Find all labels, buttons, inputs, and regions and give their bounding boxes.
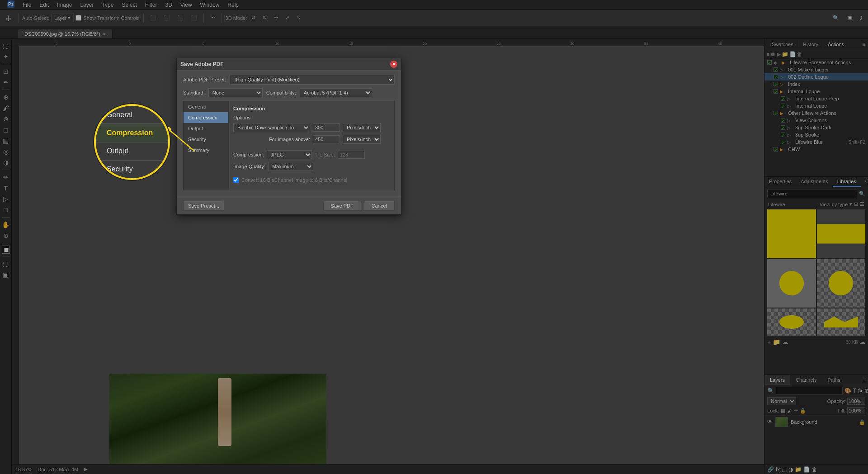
options-title: Options: [233, 115, 390, 120]
dialog-title: Save Adobe PDF: [180, 61, 224, 67]
save-pdf-dialog: Save Adobe PDF ✕ Adobe PDF Preset: [High…: [176, 58, 401, 215]
compat-label: Compatibility:: [266, 90, 296, 95]
save-preset-btn[interactable]: Save Preset...: [183, 201, 224, 211]
convert-checkbox[interactable]: [233, 177, 239, 183]
nav-summary[interactable]: Summary: [184, 145, 228, 156]
image-quality-label: Image Quality:: [233, 164, 265, 169]
compression-label: Compression:: [233, 152, 264, 157]
downsample-unit-select[interactable]: Pixels/Inch: [343, 123, 381, 132]
dialog-content: Compression Options Bicubic Downsampling…: [229, 101, 394, 190]
downsample-select[interactable]: Bicubic Downsampling To: [233, 123, 310, 132]
preset-select[interactable]: [High Quality Print] (Modified): [230, 75, 395, 85]
nav-general[interactable]: General: [184, 101, 228, 112]
convert-label: Convert 16 Bit/Channel Image to 8 Bits/C…: [241, 177, 347, 183]
nav-output[interactable]: Output: [184, 123, 228, 134]
dialog-close-btn[interactable]: ✕: [390, 61, 397, 68]
image-quality-select[interactable]: Maximum: [268, 162, 313, 171]
save-pdf-btn[interactable]: Save PDF: [323, 201, 361, 211]
dialog-main: General Compression Output Security Summ…: [183, 101, 395, 190]
mag-item-output: Output: [96, 142, 168, 161]
preset-row: Adobe PDF Preset: [High Quality Print] (…: [183, 75, 395, 85]
dialog-titlebar: Save Adobe PDF ✕: [177, 58, 401, 70]
dialog-body: Adobe PDF Preset: [High Quality Print] (…: [177, 70, 401, 197]
for-images-unit-select[interactable]: Pixels/Inch: [343, 135, 381, 144]
downsample-ppi-input[interactable]: [313, 123, 340, 132]
standard-compat-row: Standard: None Compatibility: Acrobat 5 …: [183, 88, 395, 97]
dialog-overlay: [0, 0, 868, 474]
for-images-label: For images above:: [233, 137, 310, 142]
tile-size-label: Tile Size:: [315, 152, 335, 157]
compat-select[interactable]: Acrobat 5 (PDF 1.4): [300, 88, 372, 97]
tile-size-input: [338, 151, 365, 159]
for-images-row: For images above: Pixels/Inch: [233, 135, 390, 144]
standard-select[interactable]: None: [208, 88, 263, 97]
standard-label: Standard:: [183, 90, 205, 95]
compression-title: Compression: [233, 106, 390, 111]
compression-row: Compression: JPEG Tile Size:: [233, 150, 390, 159]
compression-select[interactable]: JPEG: [267, 150, 312, 159]
nav-compression[interactable]: Compression: [184, 112, 228, 123]
for-images-input[interactable]: [313, 135, 340, 143]
cancel-btn[interactable]: Cancel: [364, 201, 395, 211]
dialog-footer-right: Save PDF Cancel: [323, 201, 395, 211]
dialog-footer: Save Preset... Save PDF Cancel: [177, 197, 401, 214]
image-quality-row: Image Quality: Maximum: [233, 162, 390, 171]
dialog-sidebar: General Compression Output Security Summ…: [184, 101, 229, 190]
mag-item-compression: Compression: [96, 124, 168, 142]
preset-label: Adobe PDF Preset:: [183, 77, 226, 82]
magnifier-annotation: General Compression Output Security: [94, 104, 170, 180]
nav-security[interactable]: Security: [184, 134, 228, 145]
convert-row: Convert 16 Bit/Channel Image to 8 Bits/C…: [233, 177, 390, 183]
downsample-row: Bicubic Downsampling To Pixels/Inch: [233, 123, 390, 132]
